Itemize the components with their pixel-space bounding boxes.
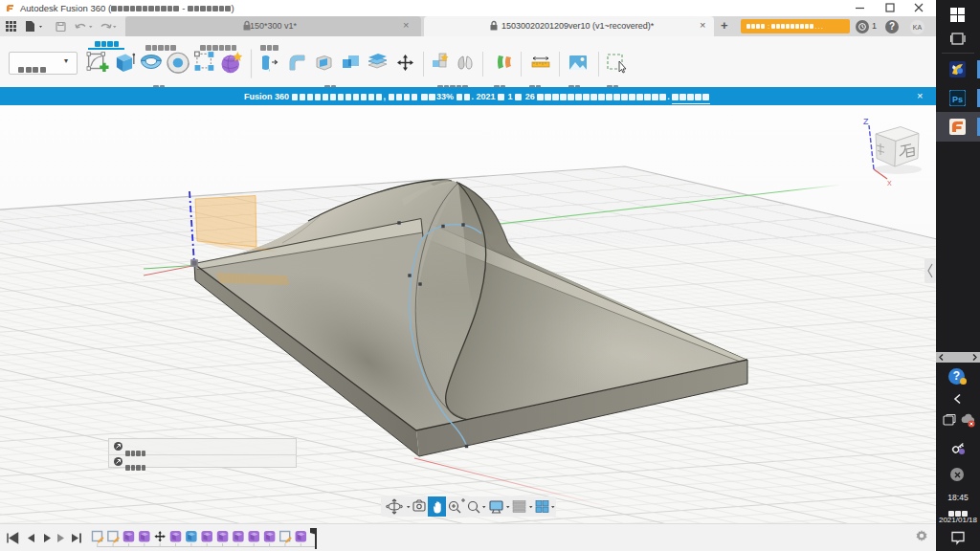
svg-text:X: X	[887, 180, 892, 187]
svg-text:Ps: Ps	[952, 95, 963, 104]
svg-text:Z: Z	[863, 117, 869, 126]
